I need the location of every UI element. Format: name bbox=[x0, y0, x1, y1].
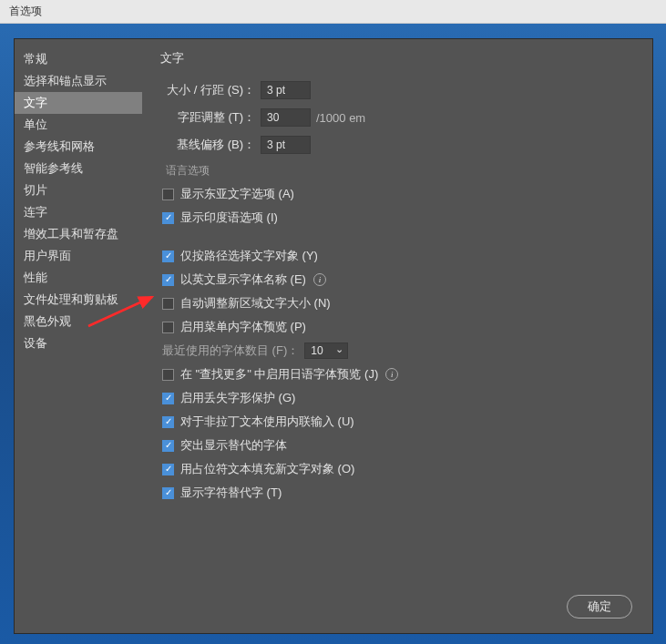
highlight-alt-row[interactable]: 突出显示替代的字体 bbox=[160, 437, 634, 454]
sidebar-item-devices[interactable]: 设备 bbox=[15, 332, 142, 354]
sidebar-item-type[interactable]: 文字 bbox=[15, 92, 142, 114]
east-asian-row[interactable]: 显示东亚文字选项 (A) bbox=[160, 186, 634, 202]
ok-button[interactable]: 确定 bbox=[567, 595, 632, 618]
recent-fonts-row: 最近使用的字体数目 (F)： 10 bbox=[160, 342, 634, 359]
baseline-row: 基线偏移 (B)： bbox=[160, 136, 634, 154]
sidebar-item-slices[interactable]: 切片 bbox=[15, 179, 142, 201]
english-font-checkbox[interactable] bbox=[162, 274, 174, 286]
path-only-label: 仅按路径选择文字对象 (Y) bbox=[180, 248, 318, 264]
language-section-header: 语言选项 bbox=[160, 163, 634, 179]
char-alt-label: 显示字符替代字 (T) bbox=[180, 485, 282, 501]
recent-fonts-select[interactable]: 10 bbox=[304, 342, 348, 359]
jp-preview-row[interactable]: 在 "查找更多" 中启用日语字体预览 (J) i bbox=[160, 366, 634, 383]
sidebar-item-file-handling[interactable]: 文件处理和剪贴板 bbox=[15, 289, 142, 311]
size-leading-label: 大小 / 行距 (S)： bbox=[160, 82, 261, 98]
missing-glyph-checkbox[interactable] bbox=[162, 393, 174, 404]
indic-checkbox[interactable] bbox=[162, 212, 174, 224]
sidebar: 常规 选择和锚点显示 文字 单位 参考线和网格 智能参考线 切片 连字 增效工具… bbox=[15, 39, 142, 633]
sidebar-item-smart-guides[interactable]: 智能参考线 bbox=[15, 158, 142, 179]
size-leading-input[interactable] bbox=[261, 81, 311, 99]
tracking-row: 字距调整 (T)： /1000 em bbox=[160, 108, 634, 127]
inline-input-checkbox[interactable] bbox=[162, 416, 174, 428]
missing-glyph-label: 启用丢失字形保护 (G) bbox=[180, 390, 295, 406]
jp-preview-checkbox[interactable] bbox=[162, 369, 174, 381]
sidebar-item-ui[interactable]: 用户界面 bbox=[15, 245, 142, 267]
size-leading-row: 大小 / 行距 (S)： bbox=[160, 81, 634, 99]
east-asian-checkbox[interactable] bbox=[162, 189, 174, 200]
placeholder-fill-checkbox[interactable] bbox=[162, 464, 174, 475]
tracking-suffix: /1000 em bbox=[316, 111, 365, 125]
sidebar-item-plugins[interactable]: 增效工具和暂存盘 bbox=[15, 223, 142, 245]
indic-label: 显示印度语选项 (I) bbox=[180, 210, 278, 226]
titlebar: 首选项 bbox=[0, 0, 666, 24]
preferences-dialog: 常规 选择和锚点显示 文字 单位 参考线和网格 智能参考线 切片 连字 增效工具… bbox=[14, 38, 653, 634]
sidebar-item-black-appearance[interactable]: 黑色外观 bbox=[15, 311, 142, 332]
tracking-label: 字距调整 (T)： bbox=[160, 109, 261, 126]
path-only-row[interactable]: 仅按路径选择文字对象 (Y) bbox=[160, 248, 634, 264]
indic-row[interactable]: 显示印度语选项 (I) bbox=[160, 210, 634, 226]
auto-resize-checkbox[interactable] bbox=[162, 298, 174, 310]
char-alt-checkbox[interactable] bbox=[162, 487, 174, 499]
content-title: 文字 bbox=[160, 50, 634, 66]
baseline-input[interactable] bbox=[261, 136, 311, 154]
info-icon[interactable]: i bbox=[385, 368, 398, 381]
tracking-input[interactable] bbox=[261, 108, 311, 127]
east-asian-label: 显示东亚文字选项 (A) bbox=[180, 186, 294, 202]
baseline-label: 基线偏移 (B)： bbox=[160, 137, 261, 153]
inline-input-label: 对于非拉丁文本使用内联输入 (U) bbox=[180, 414, 354, 430]
auto-resize-row[interactable]: 自动调整新区域文字大小 (N) bbox=[160, 295, 634, 312]
placeholder-fill-label: 用占位符文本填充新文字对象 (O) bbox=[180, 461, 354, 477]
sidebar-item-units[interactable]: 单位 bbox=[15, 114, 142, 136]
path-only-checkbox[interactable] bbox=[162, 250, 174, 262]
menu-preview-label: 启用菜单内字体预览 (P) bbox=[180, 319, 306, 335]
inline-input-row[interactable]: 对于非拉丁文本使用内联输入 (U) bbox=[160, 414, 634, 430]
sidebar-item-selection[interactable]: 选择和锚点显示 bbox=[15, 70, 142, 92]
menu-preview-checkbox[interactable] bbox=[162, 322, 174, 333]
menu-preview-row[interactable]: 启用菜单内字体预览 (P) bbox=[160, 319, 634, 335]
auto-resize-label: 自动调整新区域文字大小 (N) bbox=[180, 295, 331, 312]
sidebar-item-guides[interactable]: 参考线和网格 bbox=[15, 136, 142, 158]
sidebar-item-hyphenation[interactable]: 连字 bbox=[15, 201, 142, 223]
jp-preview-label: 在 "查找更多" 中启用日语字体预览 (J) bbox=[180, 366, 378, 383]
content-panel: 文字 大小 / 行距 (S)： 字距调整 (T)： /1000 em 基线偏移 … bbox=[142, 39, 652, 633]
english-font-label: 以英文显示字体名称 (E) bbox=[180, 271, 306, 288]
english-font-row[interactable]: 以英文显示字体名称 (E) i bbox=[160, 271, 634, 288]
sidebar-item-general[interactable]: 常规 bbox=[15, 48, 142, 70]
info-icon[interactable]: i bbox=[313, 273, 326, 286]
recent-fonts-label: 最近使用的字体数目 (F)： bbox=[162, 342, 299, 359]
highlight-alt-checkbox[interactable] bbox=[162, 440, 174, 452]
char-alt-row[interactable]: 显示字符替代字 (T) bbox=[160, 485, 634, 501]
missing-glyph-row[interactable]: 启用丢失字形保护 (G) bbox=[160, 390, 634, 406]
button-row: 确定 bbox=[567, 595, 632, 618]
highlight-alt-label: 突出显示替代的字体 bbox=[180, 437, 287, 454]
sidebar-item-performance[interactable]: 性能 bbox=[15, 267, 142, 289]
placeholder-fill-row[interactable]: 用占位符文本填充新文字对象 (O) bbox=[160, 461, 634, 477]
